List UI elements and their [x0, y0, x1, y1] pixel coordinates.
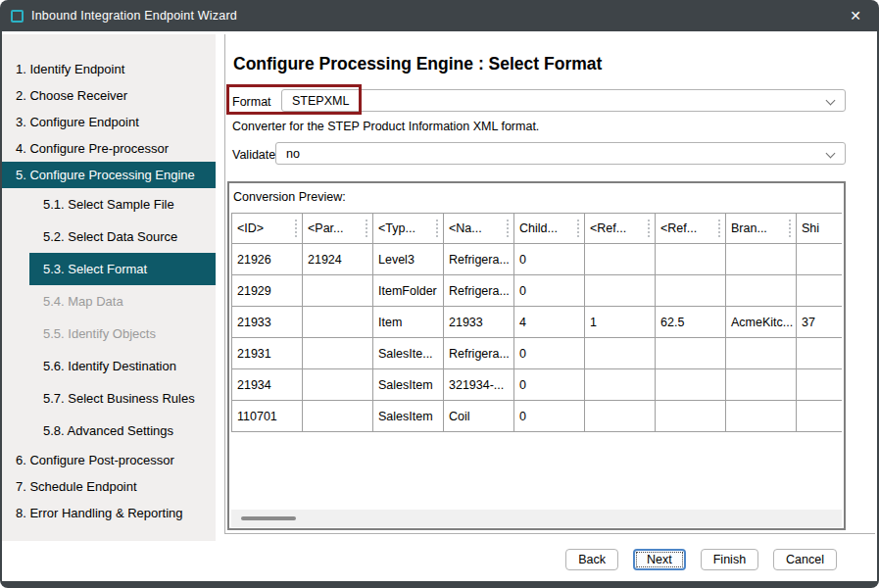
- footer-button-bar: BackNextFinishCancel: [565, 549, 837, 570]
- column-menu-icon[interactable]: [718, 220, 720, 237]
- chevron-down-icon: [826, 149, 836, 159]
- preview-table-viewport[interactable]: <ID><Par...<Typ...<Na...Child...<Ref...<…: [231, 213, 842, 435]
- sidebar-item[interactable]: 5. Configure Processing Engine: [2, 162, 216, 188]
- sidebar-item[interactable]: 5.8. Advanced Settings: [29, 415, 216, 447]
- table-row[interactable]: 21931SalesIte...Refrigera...0: [232, 338, 843, 369]
- column-header-label: <Ref...: [660, 221, 697, 235]
- sidebar-item[interactable]: 3. Configure Endpoint: [2, 109, 216, 135]
- table-row[interactable]: 2192621924Level3Refrigera...0: [232, 244, 843, 275]
- table-cell: 4: [514, 307, 585, 338]
- table-cell: 321934-...: [444, 369, 514, 401]
- table-cell: [303, 307, 373, 338]
- format-description: Converter for the STEP Product Informati…: [232, 120, 539, 133]
- column-header[interactable]: <Par...: [303, 214, 373, 244]
- finish-button[interactable]: Finish: [701, 549, 758, 570]
- column-header-label: Child...: [519, 221, 558, 235]
- validate-selected-value: no: [286, 147, 300, 161]
- close-icon[interactable]: ✕: [845, 6, 866, 25]
- validate-select[interactable]: no: [275, 142, 846, 165]
- table-cell: 0: [514, 244, 585, 275]
- sidebar-item[interactable]: 5.3. Select Format: [29, 253, 216, 285]
- column-header[interactable]: Bran...: [726, 214, 797, 244]
- table-cell: [726, 275, 797, 307]
- column-header[interactable]: <Ref...: [585, 214, 656, 244]
- wizard-window: Inbound Integration Endpoint Wizard ✕ 1.…: [0, 0, 879, 588]
- sidebar-item[interactable]: 4. Configure Pre-processor: [2, 135, 216, 162]
- next-button[interactable]: Next: [633, 549, 686, 570]
- sidebar-item[interactable]: 1. Identify Endpoint: [2, 56, 216, 82]
- table-row[interactable]: 21933Item219334162.5AcmeKitc...37: [232, 307, 843, 338]
- table-cell: 21931: [232, 338, 303, 369]
- column-header[interactable]: <Na...: [444, 214, 514, 244]
- column-menu-icon[interactable]: [648, 220, 650, 237]
- back-button[interactable]: Back: [565, 549, 618, 570]
- table-cell: Refrigera...: [444, 338, 514, 369]
- table-cell: Level3: [373, 244, 444, 275]
- table-cell: Refrigera...: [444, 275, 514, 307]
- table-row[interactable]: 21934SalesItem321934-...0: [232, 369, 843, 401]
- table-cell: 21933: [232, 307, 303, 338]
- table-cell: 21926: [232, 244, 303, 275]
- column-header-label: Shi: [802, 221, 819, 235]
- window-title: Inbound Integration Endpoint Wizard: [31, 9, 237, 23]
- table-cell: AcmeKitc...: [726, 307, 797, 338]
- table-cell: [797, 244, 843, 275]
- cancel-button[interactable]: Cancel: [773, 549, 837, 570]
- sidebar-item[interactable]: 6. Configure Post-processor: [2, 447, 216, 473]
- table-row[interactable]: 110701SalesItemCoil0: [232, 401, 843, 432]
- title-bar[interactable]: Inbound Integration Endpoint Wizard ✕: [0, 0, 879, 31]
- sidebar-item[interactable]: 5.7. Select Business Rules: [29, 382, 216, 415]
- table-row[interactable]: 21929ItemFolderRefrigera...0: [232, 275, 843, 307]
- table-cell: [303, 275, 373, 307]
- table-cell: 37: [797, 307, 843, 338]
- sidebar-item[interactable]: 5.2. Select Data Source: [29, 220, 216, 253]
- table-cell: [656, 369, 726, 401]
- column-header[interactable]: Child...: [514, 214, 585, 244]
- dialog-body: 1. Identify Endpoint2. Choose Receiver3.…: [2, 31, 877, 581]
- sidebar-item[interactable]: 5.1. Select Sample File: [29, 188, 216, 220]
- format-select[interactable]: STEPXML: [281, 89, 846, 112]
- column-header[interactable]: <Ref...: [656, 214, 726, 244]
- column-menu-icon[interactable]: [436, 220, 438, 237]
- format-label: Format: [232, 95, 271, 109]
- column-header-label: <Par...: [308, 221, 343, 235]
- column-menu-icon[interactable]: [366, 220, 367, 237]
- column-menu-icon[interactable]: [295, 220, 297, 237]
- table-cell: [585, 244, 656, 275]
- table-cell: [303, 338, 373, 369]
- table-cell: 110701: [232, 401, 303, 432]
- sidebar-item[interactable]: 5.6. Identify Destination: [29, 350, 216, 382]
- table-cell: [656, 275, 726, 307]
- column-header-label: <Typ...: [378, 221, 415, 235]
- table-cell: [585, 401, 656, 432]
- column-header-label: <Na...: [449, 221, 482, 235]
- table-cell: [303, 369, 373, 401]
- table-cell: [585, 275, 656, 307]
- column-header[interactable]: Shi: [797, 214, 843, 244]
- column-header[interactable]: <Typ...: [373, 214, 444, 244]
- table-cell: 0: [514, 369, 585, 401]
- horizontal-scrollbar[interactable]: [231, 510, 842, 527]
- column-menu-icon[interactable]: [577, 220, 579, 237]
- table-cell: SalesItem: [373, 369, 444, 401]
- sidebar-item: 5.4. Map Data: [29, 285, 216, 318]
- table-cell: [797, 338, 843, 369]
- column-header[interactable]: <ID>: [232, 214, 303, 244]
- column-menu-icon[interactable]: [507, 220, 509, 237]
- sidebar-item[interactable]: 7. Schedule Endpoint: [2, 473, 216, 500]
- table-cell: 21929: [232, 275, 303, 307]
- table-cell: [797, 369, 843, 401]
- table-cell: 21934: [232, 369, 303, 401]
- table-cell: [303, 401, 373, 432]
- sidebar-item[interactable]: 2. Choose Receiver: [2, 82, 216, 109]
- table-cell: Item: [373, 307, 444, 338]
- table-cell: [797, 401, 843, 432]
- wizard-steps-sidebar: 1. Identify Endpoint2. Choose Receiver3.…: [2, 34, 216, 541]
- column-header-label: <ID>: [237, 221, 264, 235]
- table-cell: Coil: [444, 401, 514, 432]
- scrollbar-thumb[interactable]: [241, 516, 296, 520]
- conversion-preview-group: Conversion Preview: <ID><Par...<Typ...<N…: [227, 181, 846, 530]
- column-menu-icon[interactable]: [789, 220, 791, 237]
- sidebar-item[interactable]: 8. Error Handling & Reporting: [2, 500, 216, 526]
- page-title: Configure Processing Engine : Select For…: [233, 54, 602, 74]
